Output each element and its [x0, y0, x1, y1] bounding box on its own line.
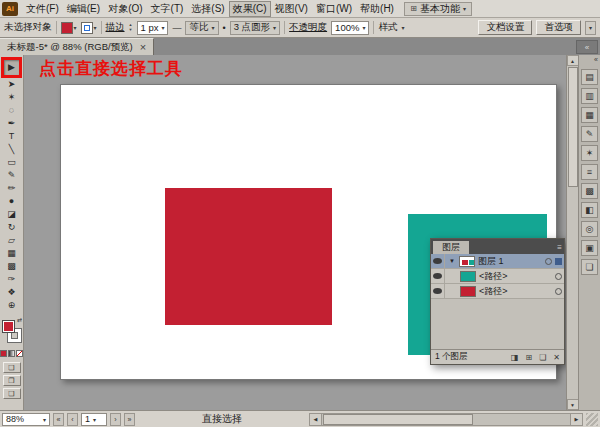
menu-item-window[interactable]: 窗口(W)	[312, 1, 356, 17]
document-tab[interactable]: 未标题-5* @ 88% (RGB/预览) ×	[0, 38, 154, 55]
fill-color-swatch[interactable]	[2, 320, 15, 333]
opacity-panel-link[interactable]: 不透明度	[289, 21, 327, 34]
type-tool[interactable]: T	[0, 130, 23, 143]
previous-artboard-button[interactable]: ‹	[67, 413, 78, 426]
artboard-navigation-dropdown[interactable]: 1 ▾	[81, 413, 107, 426]
width-profile-dropdown[interactable]: 等比 ▾	[185, 21, 218, 35]
hand-tool[interactable]: ❖	[0, 286, 23, 299]
draw-normal-mode-button[interactable]: ❏	[3, 362, 21, 373]
rotate-tool[interactable]: ↻	[0, 221, 23, 234]
red-rectangle-shape[interactable]	[165, 188, 332, 325]
eyedropper-tool[interactable]: ✑	[0, 273, 23, 286]
arrange-documents-button[interactable]: «	[576, 40, 598, 54]
zoom-tool[interactable]: ⊕	[0, 299, 23, 312]
first-artboard-button[interactable]: «	[53, 413, 64, 426]
screen-mode-button[interactable]: ❑	[3, 388, 21, 399]
none-mode-button[interactable]	[16, 350, 23, 357]
last-artboard-button[interactable]: »	[124, 413, 135, 426]
style-dropdown-icon[interactable]: ▾	[401, 24, 404, 31]
draw-behind-mode-button[interactable]: ❐	[3, 375, 21, 386]
fill-color-control[interactable]: ▾	[61, 22, 77, 34]
preferences-button[interactable]: 首选项	[536, 20, 581, 35]
workspace-switcher[interactable]: ⊞ 基本功能 ▾	[404, 2, 472, 16]
visibility-toggle[interactable]	[431, 254, 445, 269]
scroll-right-button[interactable]: ▶	[570, 414, 582, 425]
blob-brush-tool[interactable]: ●	[0, 195, 23, 208]
brushes-panel-icon[interactable]: ✎	[581, 126, 598, 142]
gradient-tool[interactable]: ▩	[0, 260, 23, 273]
pencil-tool[interactable]: ✏	[0, 182, 23, 195]
visibility-toggle[interactable]	[431, 269, 445, 284]
expand-triangle-icon[interactable]: ▼	[448, 258, 456, 264]
symbols-panel-icon[interactable]: ✶	[581, 145, 598, 161]
direct-selection-tool[interactable]: ▶	[1, 57, 22, 78]
layer-name[interactable]: <路径>	[479, 270, 552, 283]
color-panel-icon[interactable]: ▤	[581, 69, 598, 85]
mesh-tool[interactable]: ▦	[0, 247, 23, 260]
transparency-panel-icon[interactable]: ◧	[581, 202, 598, 218]
scale-tool[interactable]: ▱	[0, 234, 23, 247]
menu-item-edit[interactable]: 编辑(E)	[63, 1, 104, 17]
vertical-scrollbar[interactable]: ▲ ▼	[566, 55, 578, 410]
vertical-scroll-thumb[interactable]	[568, 67, 578, 187]
stroke-panel-icon[interactable]: ≡	[581, 164, 598, 180]
paintbrush-tool[interactable]: ✎	[0, 169, 23, 182]
menu-item-type[interactable]: 文字(T)	[147, 1, 188, 17]
menu-item-effect[interactable]: 效果(C)	[229, 1, 271, 17]
layer-row-red-path[interactable]: <路径>	[431, 284, 564, 299]
color-guide-panel-icon[interactable]: ▥	[581, 88, 598, 104]
eraser-tool[interactable]: ◪	[0, 208, 23, 221]
next-artboard-button[interactable]: ›	[110, 413, 121, 426]
stroke-width-stepper[interactable]: ▲ ▼	[129, 23, 133, 32]
scroll-down-button[interactable]: ▼	[567, 399, 579, 410]
panel-menu-icon[interactable]: ≡	[557, 243, 562, 252]
swap-fill-stroke-icon[interactable]: ⇄	[17, 316, 22, 323]
menu-item-file[interactable]: 文件(F)	[22, 1, 63, 17]
scroll-up-button[interactable]: ▲	[567, 55, 579, 66]
layers-panel-icon[interactable]: ❏	[581, 259, 598, 275]
brush-definition-dropdown[interactable]: 3 点圆形 ▾	[230, 21, 280, 35]
selection-tool[interactable]: ➤	[0, 78, 23, 91]
close-icon[interactable]: ×	[140, 42, 146, 52]
color-mode-button[interactable]	[0, 350, 7, 357]
menu-item-view[interactable]: 视图(V)	[271, 1, 312, 17]
lasso-tool[interactable]: ◌	[0, 104, 23, 117]
expand-panels-icon[interactable]: «	[594, 56, 598, 66]
new-layer-icon[interactable]: ❏	[539, 353, 546, 362]
layer-row-layer1[interactable]: ▼ 图层 1	[431, 254, 564, 269]
target-circle-icon[interactable]	[555, 273, 562, 280]
stroke-panel-link[interactable]: 描边	[106, 21, 125, 34]
canvas-area[interactable]: 图层 ≡ ▼ 图层 1	[24, 55, 566, 410]
layer-name[interactable]: <路径>	[479, 285, 552, 298]
gradient-mode-button[interactable]	[8, 350, 15, 357]
tab-layers[interactable]: 图层	[433, 241, 469, 254]
appearance-panel-icon[interactable]: ◎	[581, 221, 598, 237]
magic-wand-tool[interactable]: ✶	[0, 91, 23, 104]
control-panel-menu-button[interactable]: ▾	[585, 21, 596, 35]
horizontal-scrollbar[interactable]: ◀ ▶	[309, 413, 583, 426]
new-sublayer-icon[interactable]: ⊞	[525, 353, 532, 362]
pen-tool[interactable]: ✒	[0, 117, 23, 130]
opacity-input[interactable]: 100% ▾	[331, 21, 369, 35]
line-segment-tool[interactable]: ╲	[0, 143, 23, 156]
make-clipping-mask-icon[interactable]: ◨	[511, 353, 519, 362]
graphic-styles-panel-icon[interactable]: ▣	[581, 240, 598, 256]
menu-item-object[interactable]: 对象(O)	[104, 1, 146, 17]
menu-item-select[interactable]: 选择(S)	[187, 1, 228, 17]
layer-name[interactable]: 图层 1	[478, 255, 542, 268]
target-circle-icon[interactable]	[545, 258, 552, 265]
target-circle-icon[interactable]	[555, 288, 562, 295]
visibility-toggle[interactable]	[431, 284, 445, 299]
horizontal-scroll-thumb[interactable]	[323, 414, 473, 425]
stroke-width-input[interactable]: 1 px ▾	[137, 21, 169, 35]
rectangle-tool[interactable]: ▭	[0, 156, 23, 169]
layer-row-teal-path[interactable]: <路径>	[431, 269, 564, 284]
scroll-left-button[interactable]: ◀	[310, 414, 322, 425]
swatches-panel-icon[interactable]: ▦	[581, 107, 598, 123]
document-setup-button[interactable]: 文档设置	[478, 20, 532, 35]
gradient-panel-icon[interactable]: ▩	[581, 183, 598, 199]
menu-item-help[interactable]: 帮助(H)	[356, 1, 398, 17]
zoom-level-dropdown[interactable]: 88% ▾	[2, 413, 50, 426]
delete-layer-icon[interactable]: ✕	[553, 353, 560, 362]
stroke-color-control[interactable]: ▾	[81, 22, 97, 34]
